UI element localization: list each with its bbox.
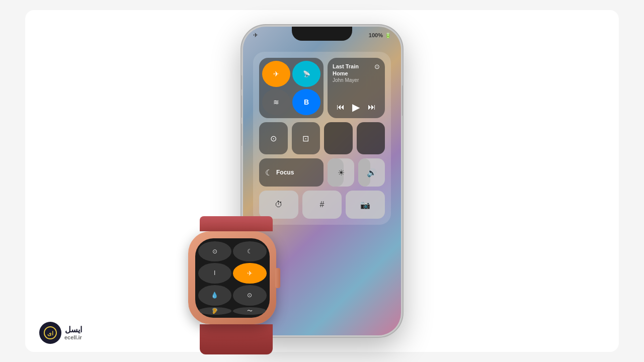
calculator-button[interactable]: # [302,191,342,219]
forward-button[interactable]: ⏭ [368,103,376,112]
camera-button[interactable]: 📷 [346,191,385,219]
iphone-mute-button[interactable] [242,75,242,89]
dark-tile-2 [357,122,385,154]
cellular-button[interactable]: 📡 [292,61,320,87]
airplane-mode-button[interactable]: ✈ [262,61,290,87]
apple-watch: ⊙ ☾ I ✈ 💧 ⊙ 🦻 〜 [188,216,284,322]
focus-button[interactable]: ☾ Focus [259,158,324,187]
watch-crown[interactable] [275,268,280,288]
volume-icon: 🔊 [367,168,377,177]
watch-hearing-button[interactable]: 🦻 [198,307,232,315]
moon-icon: ☾ [265,168,272,177]
watch-water-lock-button[interactable]: 💧 [198,285,232,306]
watch-flashlight-button[interactable]: I [198,263,232,284]
watch-airplay-button[interactable]: ⊙ [233,285,267,306]
screen-mirror-button[interactable]: ⊡ [292,122,320,154]
rewind-button[interactable]: ⏮ [337,103,345,112]
timer-button[interactable]: ⏱ [259,191,298,219]
watch-band-top [200,216,273,231]
now-playing-widget[interactable]: Last Train Home John Mayer ⊙ ⏮ ▶ ⏭ [328,58,385,118]
music-info: Last Train Home John Mayer ⊙ [333,63,380,83]
ecell-logo-svg: ای [43,326,57,340]
music-title: Last Train Home [333,63,374,77]
iphone-volume-up-button[interactable] [242,96,242,118]
battery-icon: 🔋 [385,33,391,38]
cc-row-2: ⊙ ⊡ [259,122,385,154]
iphone-notch [292,27,352,41]
airplane-mode-icon: ✈ [253,32,258,39]
cc-row-3: ☾ Focus ☀ 🔊 [259,158,385,187]
control-center: ✈ 📡 ≋ B Last Train Home John Mayer ⊙ [253,52,391,225]
iphone-power-button[interactable] [402,85,403,116]
watch-screen: ⊙ ☾ I ✈ 💧 ⊙ 🦻 〜 [195,238,270,318]
play-button[interactable]: ▶ [352,101,360,113]
svg-text:ای: ای [47,330,53,336]
cc-connectivity-block: ✈ 📡 ≋ B [259,58,324,118]
music-controls: ⏮ ▶ ⏭ [333,101,380,113]
ecell-url: ecell.ir [64,334,82,341]
watch-body: ⊙ ☾ I ✈ 💧 ⊙ 🦻 〜 [188,231,276,324]
main-scene: ✈ 100% 🔋 ✈ 📡 ≋ B [25,10,619,352]
ecell-brand-text: ایسل ecell.ir [64,325,82,341]
ecell-logo: ای ایسل ecell.ir [39,322,82,344]
focus-label: Focus [276,169,294,176]
watch-walkie-talkie-button[interactable]: ⊙ [198,241,232,262]
cc-row-1: ✈ 📡 ≋ B Last Train Home John Mayer ⊙ [259,58,385,118]
watch-airplane-button[interactable]: ✈ [233,263,267,284]
airplay-icon[interactable]: ⊙ [374,63,380,70]
watch-audio-button[interactable]: 〜 [233,307,267,315]
ecell-brand-name: ایسل [64,325,82,334]
dark-tile-1 [324,122,353,154]
watch-band-bottom [200,324,273,354]
wifi-button[interactable]: ≋ [262,89,290,115]
brightness-slider[interactable]: ☀ [328,158,354,187]
ecell-logo-circle: ای [39,322,61,344]
brightness-icon: ☀ [338,168,345,177]
volume-slider[interactable]: 🔊 [358,158,385,187]
status-right: 100% 🔋 [369,32,391,38]
watch-dnd-button[interactable]: ☾ [233,241,267,262]
battery-text: 100% [369,32,383,38]
status-left: ✈ [253,32,258,39]
cc-row-4: ⏱ # 📷 [259,191,385,219]
iphone-volume-down-button[interactable] [242,124,242,146]
music-artist: John Mayer [333,77,374,83]
screen-orientation-button[interactable]: ⊙ [259,122,288,154]
music-text: Last Train Home John Mayer [333,63,374,83]
bluetooth-button[interactable]: B [292,89,320,115]
